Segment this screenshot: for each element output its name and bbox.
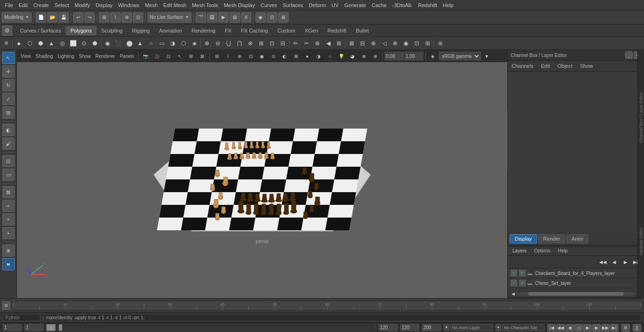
layer-left-btn[interactable]: ◀ bbox=[609, 257, 619, 267]
menu-mesh-tools[interactable]: Mesh Tools bbox=[189, 1, 221, 9]
ct-show[interactable]: Show bbox=[578, 62, 595, 70]
poly-cyl-btn[interactable]: ⬤ bbox=[124, 38, 134, 49]
tab-animation[interactable]: Animation bbox=[154, 26, 187, 35]
render-settings-btn[interactable]: 🖼 bbox=[207, 12, 217, 23]
prev-frame-btn[interactable]: ◀ bbox=[565, 324, 574, 332]
frame-end-input[interactable] bbox=[379, 324, 397, 331]
render-btn[interactable]: 🎬 bbox=[196, 12, 206, 23]
vp-view-menu[interactable]: View bbox=[19, 53, 33, 60]
vp-snap-surface[interactable]: ⊡ bbox=[246, 51, 256, 61]
layer-p-0[interactable]: P bbox=[519, 270, 526, 276]
anim-layer-collapse-btn[interactable]: ▼ bbox=[444, 324, 449, 331]
mirror-btn[interactable]: ⊟ bbox=[278, 38, 288, 49]
vp-lighting-menu[interactable]: Lighting bbox=[56, 53, 76, 60]
show-hide-btn[interactable]: ◉ bbox=[256, 12, 266, 23]
workspace-dropdown[interactable]: Modeling ▼ bbox=[2, 12, 32, 23]
tab-sculpting[interactable]: Sculpting bbox=[97, 26, 127, 35]
tab-bullet[interactable]: Bullet bbox=[351, 26, 374, 35]
menu-select[interactable]: Select bbox=[52, 1, 72, 9]
tabrow-settings-btn[interactable]: ⚙ bbox=[2, 25, 12, 36]
snap-surface-btn[interactable]: ⊡ bbox=[133, 12, 143, 23]
fill-hole-btn[interactable]: ⊡ bbox=[267, 38, 277, 49]
move-tool-btn[interactable]: ✛ bbox=[2, 65, 15, 78]
menu-mesh[interactable]: Mesh bbox=[142, 1, 160, 9]
vp-show-menu[interactable]: Show bbox=[77, 53, 92, 60]
menu-redshift[interactable]: Redshift bbox=[415, 1, 440, 9]
render-seq-btn[interactable]: ▶ bbox=[218, 12, 229, 23]
poly-cube-btn[interactable]: ⬛ bbox=[113, 38, 124, 49]
vp-colorspace-select[interactable]: sRGB gamma bbox=[439, 52, 481, 60]
next-frame-btn[interactable]: ▶ bbox=[592, 324, 601, 332]
platonic-btn[interactable]: ⬟ bbox=[90, 38, 100, 49]
attribute-editor-label[interactable]: Attribute Editor bbox=[639, 227, 644, 256]
frame-start-input[interactable] bbox=[3, 324, 22, 331]
relax-btn[interactable]: ◉ bbox=[401, 38, 411, 49]
plus-btn3[interactable]: + bbox=[2, 227, 15, 239]
menu-create[interactable]: Create bbox=[31, 1, 52, 9]
torus-btn[interactable]: ◎ bbox=[57, 38, 67, 49]
sym-btn[interactable]: ⊡ bbox=[412, 38, 422, 49]
bool-diff-btn[interactable]: ⋂ bbox=[234, 38, 245, 49]
extract-btn[interactable]: ⊖ bbox=[213, 38, 223, 49]
vp-snap-curve[interactable]: ⌇ bbox=[223, 51, 233, 61]
vp-panels-menu[interactable]: Panels bbox=[118, 53, 136, 60]
grid-btn[interactable]: ⊠ bbox=[2, 186, 15, 198]
viewport[interactable]: View Shading Lighting Show Renderer Pane… bbox=[17, 50, 507, 298]
bool-inter-btn[interactable]: ⊗ bbox=[245, 38, 256, 49]
ct-object[interactable]: Object bbox=[555, 62, 574, 70]
channel-box-label[interactable]: Channel Box / Layer Editor bbox=[639, 92, 644, 143]
plus-btn1[interactable]: + bbox=[2, 200, 15, 212]
anim-prefs-btn[interactable]: ⚙ bbox=[621, 324, 630, 332]
select-tool-btn[interactable]: ↖ bbox=[2, 52, 15, 64]
next-key-btn[interactable]: ▶▶ bbox=[601, 324, 610, 332]
redo-btn[interactable]: ↪ bbox=[84, 12, 95, 23]
sphere-btn[interactable]: ● bbox=[14, 38, 24, 49]
char-set-collapse-btn[interactable]: ▼ bbox=[495, 324, 501, 331]
menu-display[interactable]: Display bbox=[93, 1, 116, 9]
poly-torus-btn[interactable]: ○ bbox=[146, 38, 156, 49]
plane-btn[interactable]: ⬜ bbox=[68, 38, 78, 49]
wedge-btn[interactable]: ◀ bbox=[323, 38, 333, 49]
menu-uv[interactable]: UV bbox=[329, 1, 341, 9]
cylinder-btn[interactable]: ⬢ bbox=[35, 38, 46, 49]
poly-prism-btn[interactable]: ◈ bbox=[189, 38, 199, 49]
pen-btn[interactable]: ✏ bbox=[290, 38, 301, 49]
knife-btn[interactable]: ✂ bbox=[301, 38, 312, 49]
rp-render-tab[interactable]: Render bbox=[538, 234, 565, 243]
vp-shade2-btn[interactable]: ◑ bbox=[314, 51, 324, 61]
ct-edit[interactable]: Edit bbox=[539, 62, 552, 70]
menu-help[interactable]: Help bbox=[440, 1, 456, 9]
vp-display-btn[interactable]: ⊙ bbox=[268, 51, 279, 61]
scale-tool-btn[interactable]: ⤢ bbox=[2, 93, 15, 105]
lasso-btn[interactable]: ⊡ bbox=[2, 155, 15, 167]
layer-v-1[interactable]: V bbox=[511, 280, 517, 286]
disk-btn[interactable]: ⊙ bbox=[79, 38, 89, 49]
poke-btn[interactable]: ⊛ bbox=[312, 38, 322, 49]
menu-modify[interactable]: Modify bbox=[72, 1, 92, 9]
tab-curves-surfaces[interactable]: Curves / Surfaces bbox=[15, 26, 66, 35]
soft-select-btn[interactable]: ◐ bbox=[2, 124, 15, 136]
poly-disk-btn[interactable]: ◑ bbox=[167, 38, 178, 49]
tab-redshift[interactable]: Redshift bbox=[323, 26, 351, 35]
layer-row-0[interactable]: V P ▬ Checkers_Board_for_4_Players_layer bbox=[508, 268, 644, 278]
rp-minimize-btn[interactable]: _ bbox=[625, 51, 633, 59]
vp-sel-type-btn[interactable]: ⊠ bbox=[197, 51, 207, 61]
vp-shade-btn[interactable]: ● bbox=[302, 51, 313, 61]
h-scrollbar-thumb[interactable] bbox=[528, 292, 623, 296]
vp-wire-btn[interactable]: ⊠ bbox=[291, 51, 301, 61]
menu-curves[interactable]: Curves bbox=[258, 1, 280, 9]
lt-options[interactable]: Options bbox=[531, 247, 553, 254]
menu-3dtoll[interactable]: -3DtoAll- bbox=[389, 1, 415, 9]
vp-fov-value[interactable] bbox=[405, 52, 423, 60]
vp-snap-grid[interactable]: ⊞ bbox=[212, 51, 222, 61]
vp-sel-mask-btn[interactable]: ⊞ bbox=[186, 51, 196, 61]
menu-generate[interactable]: Generate bbox=[341, 1, 369, 9]
vp-cam-btn3[interactable]: ⊡ bbox=[163, 51, 173, 61]
menu-cache[interactable]: Cache bbox=[369, 1, 389, 9]
timeline-range[interactable] bbox=[58, 324, 376, 331]
pause-ipr-btn[interactable]: ⏸ bbox=[241, 12, 251, 23]
timeline-settings-btn[interactable]: ⚙ bbox=[2, 301, 10, 310]
vp-colorspace-icon[interactable]: ◈ bbox=[428, 51, 438, 61]
frame-current-input[interactable] bbox=[25, 324, 43, 331]
rotate-tool-btn[interactable]: ↻ bbox=[2, 79, 15, 91]
